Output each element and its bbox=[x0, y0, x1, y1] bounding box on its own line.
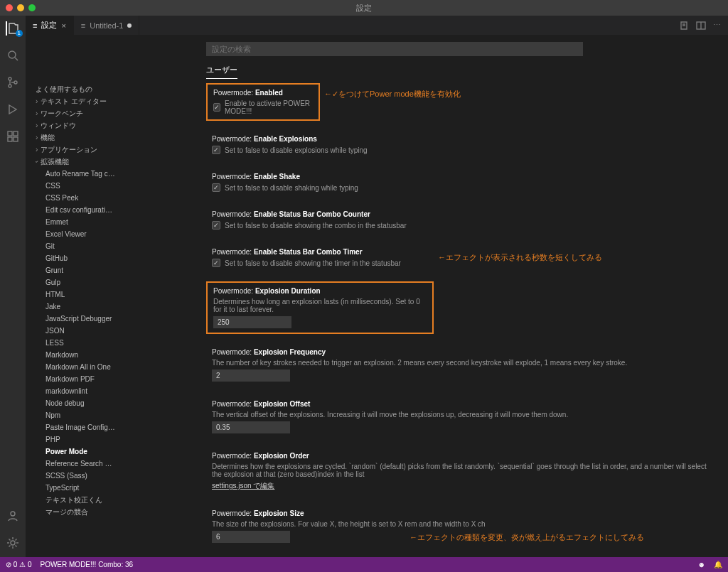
tree-item[interactable]: TypeScript bbox=[36, 482, 196, 494]
source-control-icon[interactable] bbox=[6, 75, 20, 90]
tree-item[interactable]: markdownlint bbox=[36, 385, 196, 397]
tree-item[interactable]: Git bbox=[36, 240, 196, 252]
setting-name: Explosion Frequency bbox=[254, 348, 326, 356]
tree-item[interactable]: Edit csv configurati… bbox=[36, 204, 196, 216]
tree-item[interactable]: Auto Rename Tag c… bbox=[36, 168, 196, 180]
tree-item[interactable]: Markdown bbox=[36, 349, 196, 361]
setting-check-label: Set to false to disable showing the comb… bbox=[225, 222, 407, 230]
tree-item[interactable]: CSS Peek bbox=[36, 192, 196, 204]
tree-item[interactable]: JSON bbox=[36, 325, 196, 337]
checkbox[interactable] bbox=[212, 221, 220, 230]
svg-rect-8 bbox=[14, 137, 18, 141]
tree-item[interactable]: ワークベンチ bbox=[36, 107, 196, 119]
tree-item[interactable]: CSS bbox=[36, 180, 196, 192]
tree-item[interactable]: Markdown PDF bbox=[36, 373, 196, 385]
feedback-icon[interactable]: ☻ bbox=[697, 561, 705, 568]
tree-item[interactable]: PHP bbox=[36, 433, 196, 446]
tree-item[interactable]: Emmet bbox=[36, 216, 196, 228]
titlebar: 設定 bbox=[0, 0, 728, 16]
setting-name: Enable Shake bbox=[254, 173, 300, 180]
status-problems[interactable]: ⊘ 0 ⚠ 0 bbox=[6, 561, 31, 568]
svg-point-9 bbox=[11, 512, 15, 516]
settings-search-input[interactable] bbox=[206, 42, 583, 56]
run-icon[interactable] bbox=[6, 102, 20, 117]
tab-untitled[interactable]: ≡ Untitled-1 bbox=[74, 16, 140, 35]
tree-item[interactable]: Node debug bbox=[36, 397, 196, 409]
tree-item[interactable]: よく使用するもの bbox=[36, 83, 196, 95]
edit-in-settings-json-link[interactable]: settings.json で編集 bbox=[212, 482, 274, 490]
tree-item[interactable]: Markdown All in One bbox=[36, 361, 196, 373]
tree-item[interactable]: Power Mode bbox=[36, 446, 196, 458]
account-icon[interactable] bbox=[6, 509, 20, 523]
tree-item[interactable]: テキスト エディター bbox=[36, 95, 196, 107]
setting-name: Explosion Duration bbox=[255, 287, 321, 295]
setting-desc: The number of key strokes needed to trig… bbox=[212, 359, 712, 367]
tree-item[interactable]: Excel Viewer bbox=[36, 228, 196, 240]
setting-check-label: Set to false to disable shaking while ty… bbox=[225, 184, 358, 192]
tree-item[interactable]: SCSS (Sass) bbox=[36, 470, 196, 482]
search-icon[interactable] bbox=[6, 48, 20, 63]
checkbox[interactable] bbox=[213, 103, 220, 112]
explosion-offset-input[interactable] bbox=[212, 421, 290, 433]
svg-point-10 bbox=[11, 541, 15, 545]
open-settings-json-icon[interactable] bbox=[679, 21, 689, 31]
tree-item[interactable]: Gulp bbox=[36, 276, 196, 288]
tree-item[interactable]: JavaScript Debugger bbox=[36, 313, 196, 325]
tree-item[interactable]: Npm bbox=[36, 409, 196, 421]
explosion-size-input[interactable] bbox=[212, 531, 290, 543]
gear-icon[interactable] bbox=[6, 536, 20, 550]
setting-prefix: Powermode: bbox=[213, 89, 253, 97]
tab-label: 設定 bbox=[41, 20, 57, 31]
close-window-button[interactable] bbox=[6, 4, 13, 11]
checkbox[interactable] bbox=[212, 259, 220, 267]
setting-prefix: Powermode: bbox=[212, 509, 252, 517]
setting-name: Explosion Size bbox=[254, 509, 304, 517]
tree-item[interactable]: アプリケーション bbox=[36, 144, 196, 156]
status-powermode-combo[interactable]: POWER MODE!!! Combo: 36 bbox=[40, 561, 133, 568]
notifications-icon[interactable]: 🔔 bbox=[714, 561, 722, 568]
explorer-icon[interactable] bbox=[6, 21, 20, 36]
zoom-window-button[interactable] bbox=[28, 4, 36, 11]
more-icon[interactable]: ⋯ bbox=[713, 21, 721, 30]
activity-bar bbox=[0, 16, 26, 557]
setting-check-label: Set to false to disable explosions while… bbox=[225, 146, 368, 154]
checkbox[interactable] bbox=[212, 183, 220, 192]
tree-item[interactable]: 機能 bbox=[36, 131, 196, 144]
settings-split: よく使用するものテキスト エディターワークベンチウィンドウ機能アプリケーション拡… bbox=[26, 83, 728, 557]
svg-rect-7 bbox=[8, 137, 12, 141]
tree-item[interactable]: ウィンドウ bbox=[36, 119, 196, 131]
annotation-enabled: ←✓をつけてPower mode機能を有効化 bbox=[324, 89, 461, 99]
tree-item[interactable]: Paste Image Config… bbox=[36, 421, 196, 433]
setting-prefix: Powermode: bbox=[212, 135, 252, 143]
checkbox[interactable] bbox=[212, 146, 220, 154]
explosion-frequency-input[interactable] bbox=[212, 369, 290, 382]
setting-desc: Determines how the explosions are cycled… bbox=[212, 463, 712, 478]
setting-powermode-enabled: Powermode: Enabled Enable to activate PO… bbox=[206, 83, 320, 121]
tree-item[interactable]: Grunt bbox=[36, 264, 196, 276]
setting-prefix: Powermode: bbox=[212, 173, 252, 180]
explosion-duration-input[interactable] bbox=[213, 316, 291, 328]
editor-area: ≡ 設定 × ≡ Untitled-1 ⋯ ユーザー bbox=[26, 16, 728, 557]
tab-user[interactable]: ユーザー bbox=[206, 62, 237, 79]
tree-item[interactable]: Jake bbox=[36, 301, 196, 313]
tree-item[interactable]: LESS bbox=[36, 337, 196, 349]
window-controls bbox=[6, 4, 36, 11]
tree-item[interactable]: Reference Search … bbox=[36, 458, 196, 470]
tab-settings[interactable]: ≡ 設定 × bbox=[26, 16, 74, 35]
tree-item[interactable]: マージの競合 bbox=[36, 506, 196, 518]
settings-search-row bbox=[36, 42, 718, 56]
split-editor-icon[interactable] bbox=[696, 21, 706, 31]
minimize-window-button[interactable] bbox=[17, 4, 24, 11]
tree-item[interactable]: テキスト校正くん bbox=[36, 494, 196, 506]
setting-explosion-order: Powermode: Explosion Order Determines ho… bbox=[206, 448, 718, 495]
svg-point-3 bbox=[9, 85, 11, 87]
setting-prefix: Powermode: bbox=[212, 400, 252, 408]
extensions-icon[interactable] bbox=[6, 129, 20, 144]
setting-explosion-offset: Powermode: Explosion Offset The vertical… bbox=[206, 396, 718, 438]
tree-item[interactable]: 拡張機能 bbox=[36, 156, 196, 168]
tree-item[interactable]: HTML bbox=[36, 288, 196, 301]
setting-prefix: Powermode: bbox=[212, 248, 252, 256]
tree-item[interactable]: GitHub bbox=[36, 252, 196, 264]
settings-scope-tabs: ユーザー bbox=[206, 62, 728, 79]
close-icon[interactable]: × bbox=[61, 21, 65, 30]
